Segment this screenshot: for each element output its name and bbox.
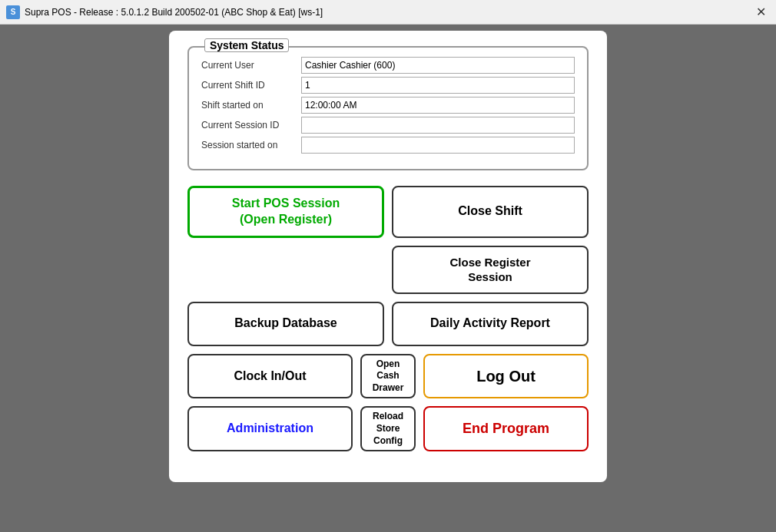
shift-started-label: Shift started on <box>201 100 301 111</box>
administration-button[interactable]: Administration <box>187 406 353 451</box>
close-register-session-button[interactable]: Close Register Session <box>392 246 589 294</box>
main-panel: System Status Current User Cashier Cashi… <box>169 31 607 482</box>
shift-started-value: 12:00:00 AM <box>301 97 575 114</box>
system-status-group: System Status Current User Cashier Cashi… <box>187 46 589 170</box>
current-session-id-value <box>301 117 575 134</box>
daily-activity-report-button[interactable]: Daily Activity Report <box>392 302 589 346</box>
fifth-button-row: Administration Reload Store Config End P… <box>187 406 589 451</box>
session-id-row: Current Session ID <box>201 117 575 134</box>
second-button-row: Close Register Session <box>187 246 589 294</box>
app-icon: S <box>6 5 20 19</box>
close-window-button[interactable]: ✕ <box>751 3 770 21</box>
reload-store-config-button[interactable]: Reload Store Config <box>360 406 416 451</box>
current-user-label: Current User <box>201 60 301 71</box>
session-started-value <box>301 137 575 154</box>
end-program-button[interactable]: End Program <box>423 406 589 451</box>
backup-database-button[interactable]: Backup Database <box>187 302 384 346</box>
shift-id-row: Current Shift ID 1 <box>201 77 575 94</box>
current-user-row: Current User Cashier Cashier (600) <box>201 57 575 74</box>
current-shift-id-value: 1 <box>301 77 575 94</box>
system-status-legend: System Status <box>204 38 289 52</box>
current-user-value: Cashier Cashier (600) <box>301 57 575 74</box>
session-started-label: Session started on <box>201 140 301 150</box>
log-out-button[interactable]: Log Out <box>423 354 589 399</box>
third-button-row: Backup Database Daily Activity Report <box>187 302 589 346</box>
titlebar: S Supra POS - Release : 5.0.1.2 Build 20… <box>0 0 776 25</box>
current-session-id-label: Current Session ID <box>201 120 301 131</box>
window-title: Supra POS - Release : 5.0.1.2 Build 2005… <box>25 7 751 18</box>
shift-started-row: Shift started on 12:00:00 AM <box>201 97 575 114</box>
top-button-row: Start POS Session (Open Register) Close … <box>187 186 589 238</box>
close-shift-button[interactable]: Close Shift <box>392 186 589 238</box>
clock-in-out-button[interactable]: Clock In/Out <box>187 354 353 399</box>
fourth-button-row: Clock In/Out Open Cash Drawer Log Out <box>187 354 589 399</box>
start-pos-session-button[interactable]: Start POS Session (Open Register) <box>187 186 384 238</box>
session-started-row: Session started on <box>201 137 575 154</box>
open-cash-drawer-button[interactable]: Open Cash Drawer <box>360 354 416 399</box>
current-shift-id-label: Current Shift ID <box>201 80 301 91</box>
